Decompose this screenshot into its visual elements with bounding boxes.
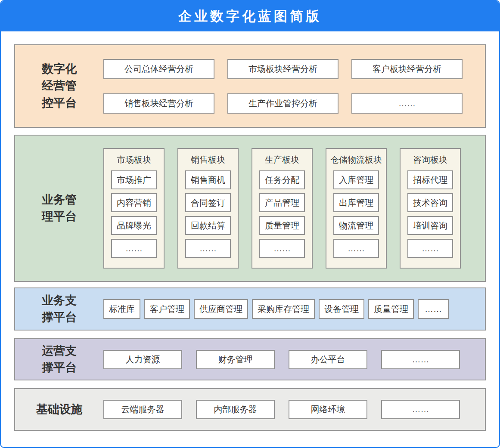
label-line: 业务管 — [15, 192, 103, 208]
diagram-node: 质量管理 — [368, 299, 414, 319]
page-title: 企业数字化蓝图简版 — [178, 7, 322, 25]
diagram-node: 合同签订 — [185, 193, 231, 212]
section-operation-support-label: 运营支 撑平台 — [15, 339, 103, 380]
label-line: 业务支 — [15, 292, 103, 309]
section-infrastructure-content: 云端服务器 内部服务器 网络环境 …… — [103, 389, 485, 430]
diagram-node: 培训咨询 — [407, 216, 453, 235]
diagram-node: 生产作业管控分析 — [227, 93, 339, 114]
diagram-node: 物流管理 — [333, 216, 379, 235]
column-title: 销售板块 — [191, 149, 225, 170]
diagram-node-ellipsis: …… — [259, 239, 305, 258]
diagram-node: 办公平台 — [289, 350, 367, 369]
diagram-node-ellipsis: …… — [351, 93, 463, 114]
diagram-node: 销售板块经营分析 — [103, 93, 214, 114]
diagram-node: 市场板块经营分析 — [227, 59, 339, 79]
module-column-market: 市场板块 市场推广 内容营销 品牌曝光 …… — [103, 148, 165, 269]
diagram-node: 云端服务器 — [103, 400, 182, 419]
module-column-sales: 销售板块 销售商机 合同签订 回款结算 …… — [177, 148, 239, 269]
diagram-node: 供应商管理 — [194, 299, 248, 319]
section-digital-ops-content: 公司总体经营分析 市场板块经营分析 客户板块经营分析 销售板块经营分析 生产作业… — [103, 45, 485, 127]
diagram-node: 产品管理 — [259, 193, 305, 212]
diagram-node: 网络环境 — [289, 400, 367, 419]
section-digital-ops: 数字化 经营管 控平台 公司总体经营分析 市场板块经营分析 客户板块经营分析 销… — [14, 44, 486, 128]
column-title: 生产板块 — [265, 149, 299, 170]
diagram-node-ellipsis: …… — [381, 400, 460, 419]
diagram-node: 品牌曝光 — [111, 216, 157, 235]
module-column-consulting: 咨询板块 招标代理 技术咨询 培训咨询 …… — [400, 148, 461, 269]
diagram-node-ellipsis: …… — [418, 299, 449, 319]
label-line: 理平台 — [15, 208, 103, 225]
diagram-node: 入库管理 — [333, 170, 379, 189]
diagram-node: 标准库 — [103, 299, 140, 319]
section-business-mgmt-label: 业务管 理平台 — [15, 136, 103, 281]
module-column-warehouse-logistics: 仓储物流板块 入库管理 出库管理 物流管理 …… — [326, 148, 387, 269]
section-infrastructure-label: 基础设施 — [15, 389, 103, 430]
section-business-support-content: 标准库 客户管理 供应商管理 采购库存管理 设备管理 质量管理 …… — [103, 288, 485, 330]
diagram-node-ellipsis: …… — [111, 239, 157, 258]
diagram-node-ellipsis: …… — [407, 239, 453, 258]
column-title: 市场板块 — [117, 149, 151, 170]
diagram-node: 技术咨询 — [407, 193, 453, 212]
diagram-node: 销售商机 — [185, 170, 231, 189]
node-row: 销售板块经营分析 生产作业管控分析 …… — [103, 93, 485, 114]
column-title: 仓储物流板块 — [330, 149, 382, 170]
diagram-node-ellipsis: …… — [381, 350, 460, 369]
diagram-node: 客户管理 — [144, 299, 190, 319]
label-line: 撑平台 — [15, 359, 103, 376]
section-business-mgmt-content: 市场板块 市场推广 内容营销 品牌曝光 …… 销售板块 销售商机 合同签订 回款… — [103, 136, 485, 281]
diagram-node: 财务管理 — [196, 350, 275, 369]
diagram-node: 公司总体经营分析 — [103, 59, 214, 79]
label-line: 基础设施 — [15, 401, 103, 418]
label-line: 控平台 — [15, 95, 103, 111]
module-column-production: 生产板块 任务分配 产品管理 质量管理 …… — [252, 148, 313, 269]
section-business-support-label: 业务支 撑平台 — [15, 288, 103, 330]
section-operation-support-content: 人力资源 财务管理 办公平台 …… — [103, 339, 485, 380]
section-digital-ops-label: 数字化 经营管 控平台 — [15, 45, 103, 127]
diagram-node: 采购库存管理 — [252, 299, 315, 319]
label-line: 撑平台 — [15, 309, 103, 326]
diagram-node: 设备管理 — [319, 299, 364, 319]
section-business-support: 业务支 撑平台 标准库 客户管理 供应商管理 采购库存管理 设备管理 质量管理 … — [14, 287, 486, 331]
diagram-node: 任务分配 — [259, 170, 305, 189]
diagram-node: 出库管理 — [333, 193, 379, 212]
label-line: 经营管 — [15, 77, 103, 94]
diagram-node: 回款结算 — [185, 216, 231, 235]
diagram-node: 招标代理 — [407, 170, 453, 189]
section-operation-support: 运营支 撑平台 人力资源 财务管理 办公平台 …… — [14, 338, 486, 380]
column-title: 咨询板块 — [413, 149, 447, 170]
diagram-node-ellipsis: …… — [185, 239, 231, 258]
header-bar: 企业数字化蓝图简版 — [1, 1, 499, 31]
diagram-node: 内容营销 — [111, 193, 157, 212]
label-line: 运营支 — [15, 343, 103, 359]
node-row: 公司总体经营分析 市场板块经营分析 客户板块经营分析 — [103, 59, 485, 79]
section-business-mgmt: 业务管 理平台 市场板块 市场推广 内容营销 品牌曝光 …… 销售板块 销售商机… — [14, 135, 486, 282]
diagram-node: 人力资源 — [103, 350, 182, 369]
diagram-node: 质量管理 — [259, 216, 305, 235]
label-line: 数字化 — [15, 61, 103, 77]
diagram-node: 市场推广 — [111, 170, 157, 189]
diagram-node: 客户板块经营分析 — [351, 59, 463, 79]
diagram-node: 内部服务器 — [196, 400, 275, 419]
section-infrastructure: 基础设施 云端服务器 内部服务器 网络环境 …… — [14, 388, 486, 431]
diagram-node-ellipsis: …… — [333, 239, 379, 258]
blueprint-page: 企业数字化蓝图简版 数字化 经营管 控平台 公司总体经营分析 市场板块经营分析 … — [0, 0, 500, 448]
